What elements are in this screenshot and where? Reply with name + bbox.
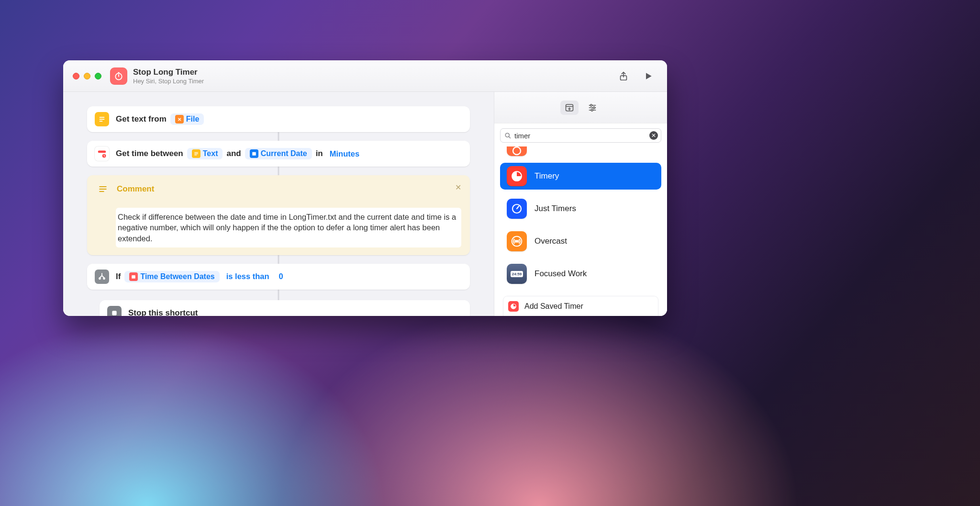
branch-icon: [95, 270, 109, 284]
svg-point-18: [103, 278, 105, 279]
svg-rect-13: [252, 152, 256, 156]
zoom-window-button[interactable]: [95, 73, 101, 79]
timery-small-icon: [508, 301, 519, 312]
app-label: Focused Work: [535, 269, 587, 279]
share-button[interactable]: [613, 68, 634, 84]
app-row-timery[interactable]: Timery: [500, 163, 661, 190]
library-tab[interactable]: [560, 101, 579, 115]
window-controls: [73, 73, 101, 79]
app-row-streaks[interactable]: [500, 146, 661, 157]
remove-action-button[interactable]: ✕: [455, 183, 461, 192]
action-label: Stop this shortcut: [128, 308, 198, 316]
token-current-date[interactable]: Current Date: [245, 148, 312, 159]
action-get-text[interactable]: Get text from ✕ File: [87, 106, 470, 132]
search-field[interactable]: ✕: [500, 128, 661, 143]
svg-line-36: [517, 206, 519, 209]
just-timers-app-icon: [507, 199, 527, 219]
comment-icon: [96, 182, 110, 196]
token-file[interactable]: ✕ File: [170, 113, 204, 125]
editor-canvas[interactable]: Get text from ✕ File: [63, 92, 494, 316]
focused-work-app-icon: 24:59: [507, 264, 527, 284]
app-label: Timery: [535, 171, 559, 181]
svg-point-17: [99, 278, 100, 279]
action-label: Get text from: [116, 114, 167, 124]
svg-line-32: [509, 136, 510, 138]
action-comment[interactable]: Comment ✕ Check if difference between th…: [87, 175, 470, 255]
file-chip-icon: ✕: [175, 115, 184, 124]
settings-tab[interactable]: [583, 101, 601, 115]
comment-title: Comment: [117, 184, 154, 194]
text-icon: [95, 112, 109, 126]
stop-icon: [107, 306, 122, 316]
timery-app-icon: [507, 166, 527, 186]
svg-point-33: [513, 147, 521, 155]
if-label: If: [116, 272, 121, 281]
comment-text[interactable]: Check if difference between the date and…: [116, 208, 461, 247]
svg-rect-6: [100, 121, 103, 122]
shortcuts-editor-window: Stop Long Timer Hey Siri, Stop Long Time…: [63, 60, 667, 316]
app-label: Overcast: [535, 236, 567, 246]
condition-select[interactable]: is less than: [223, 270, 272, 282]
suggestion-label: Add Saved Timer: [524, 302, 583, 311]
action-stop-shortcut[interactable]: Stop this shortcut: [100, 300, 470, 316]
svg-rect-5: [100, 119, 105, 120]
title-text: Stop Long Timer Hey Siri, Stop Long Time…: [133, 67, 204, 85]
unit-select[interactable]: Minutes: [327, 148, 362, 160]
action-library-sidebar: ✕ Timery: [494, 92, 667, 316]
svg-point-28: [593, 107, 595, 109]
svg-rect-4: [100, 117, 105, 118]
svg-rect-19: [132, 275, 136, 279]
svg-rect-1: [118, 72, 119, 73]
shortcut-subtitle: Hey Siri, Stop Long Timer: [133, 78, 204, 85]
app-row-just-timers[interactable]: Just Timers: [500, 195, 661, 222]
run-button[interactable]: [638, 68, 658, 84]
app-row-focused-work[interactable]: 24:59 Focused Work: [500, 260, 661, 287]
text-chip-icon: [192, 149, 200, 158]
svg-rect-20: [112, 311, 116, 315]
action-if[interactable]: If Time Between Dates is less than 0: [87, 264, 470, 290]
date-chip-icon: [250, 149, 258, 158]
search-icon: [504, 132, 512, 139]
minimize-window-button[interactable]: [84, 73, 90, 79]
suggestion-add-saved-timer[interactable]: Add Saved Timer: [503, 296, 658, 316]
app-list[interactable]: Timery Just Timers: [494, 146, 667, 288]
action-label: Get time between: [116, 149, 183, 158]
svg-rect-11: [194, 154, 198, 154]
clear-search-button[interactable]: ✕: [649, 131, 658, 140]
svg-rect-8: [98, 151, 106, 153]
search-input[interactable]: [514, 132, 649, 140]
calendar-chip-icon: [129, 272, 138, 281]
titlebar: Stop Long Timer Hey Siri, Stop Long Time…: [63, 60, 667, 92]
close-window-button[interactable]: [73, 73, 79, 79]
app-label: Just Timers: [535, 204, 576, 214]
token-time-between-dates[interactable]: Time Between Dates: [124, 271, 219, 282]
svg-rect-10: [194, 152, 198, 153]
condition-value[interactable]: 0: [276, 270, 286, 282]
svg-rect-12: [194, 155, 197, 155]
overcast-app-icon: [507, 231, 527, 251]
svg-point-26: [590, 104, 592, 106]
calendar-icon: [95, 146, 109, 161]
action-get-time-between[interactable]: Get time between Text and Current Date: [87, 141, 470, 167]
svg-point-30: [591, 109, 593, 111]
app-row-overcast[interactable]: Overcast: [500, 228, 661, 255]
shortcut-title: Stop Long Timer: [133, 67, 204, 77]
svg-point-38: [516, 240, 517, 242]
token-text[interactable]: Text: [187, 148, 223, 159]
streaks-app-icon: [507, 146, 527, 156]
shortcut-icon: [110, 67, 127, 85]
